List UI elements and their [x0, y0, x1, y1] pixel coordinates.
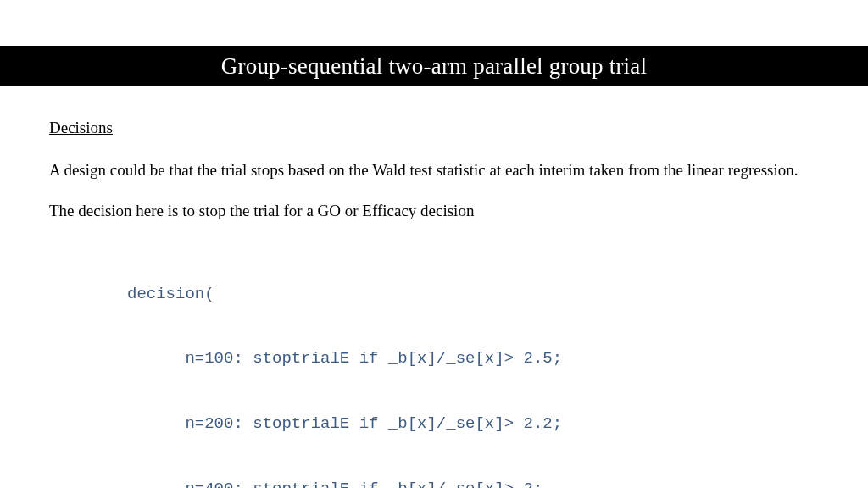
- code-line: n=200: stoptrialE if _b[x]/_se[x]> 2.2;: [127, 413, 819, 435]
- slide-body: Decisions A design could be that the tri…: [49, 119, 819, 488]
- title-bar: Group-sequential two-arm parallel group …: [0, 46, 868, 86]
- code-block: decision( n=100: stoptrialE if _b[x]/_se…: [127, 240, 819, 488]
- section-heading: Decisions: [49, 119, 819, 137]
- paragraph-1: A design could be that the trial stops b…: [49, 159, 819, 181]
- code-line: n=400: stoptrialE if _b[x]/_se[x]> 2;: [127, 479, 819, 488]
- code-line: n=100: stoptrialE if _b[x]/_se[x]> 2.5;: [127, 348, 819, 370]
- slide-title: Group-sequential two-arm parallel group …: [221, 53, 647, 80]
- paragraph-2: The decision here is to stop the trial f…: [49, 200, 819, 222]
- code-line: decision(: [127, 284, 819, 306]
